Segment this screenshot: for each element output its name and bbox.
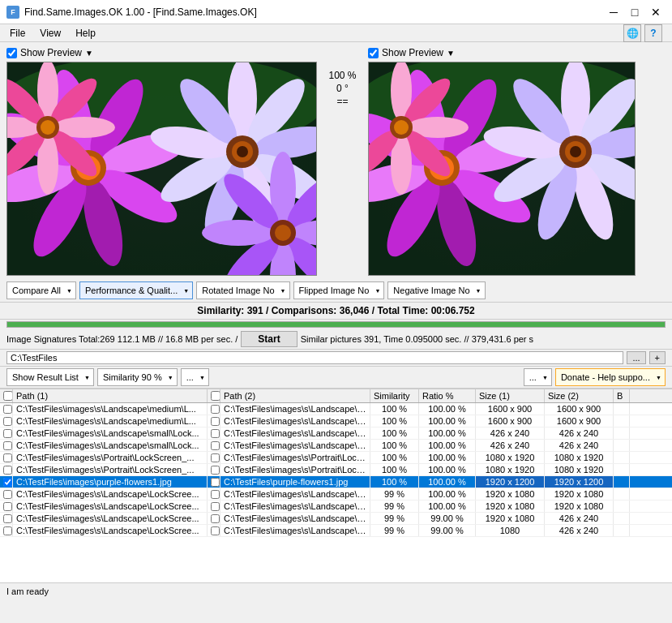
row-size2: 1920 x 1080 [545, 488, 614, 500]
row-size2: 426 x 240 [545, 428, 614, 439]
left-preview-panel: Show Preview ▼ [6, 45, 317, 276]
minimize-button[interactable]: ─ [604, 4, 623, 20]
negative-image-dropdown[interactable]: Negative Image No [387, 281, 485, 299]
flipped-image-dropdown[interactable]: Flipped Image No [293, 281, 385, 299]
left-preview-checkbox[interactable] [6, 48, 17, 58]
path-input[interactable] [6, 351, 623, 364]
col-header-ratio[interactable]: Ratio % [419, 389, 476, 402]
row-checkbox[interactable] [0, 513, 13, 524]
maximize-button[interactable]: □ [625, 4, 644, 20]
row-checkbox[interactable] [0, 476, 13, 488]
similarity-percent: 100 % [328, 70, 356, 81]
row-size2: 1080 x 1920 [545, 464, 614, 475]
options-dots2[interactable]: ... [524, 368, 552, 386]
row-checkbox2[interactable] [208, 428, 220, 439]
col-header-similarity[interactable]: Similarity [370, 389, 419, 402]
row-checkbox2[interactable] [208, 452, 220, 463]
row-path1: C:\TestFiles\images\s\Landscape\medium\L… [13, 415, 208, 427]
row-checkbox[interactable] [0, 415, 13, 427]
row-checkbox2[interactable] [208, 488, 220, 500]
table-row[interactable]: C:\TestFiles\images\s\Portrait\LockScree… [0, 464, 672, 476]
rotation-degrees: 0 ° [336, 83, 349, 94]
row-similarity: 100 % [370, 452, 419, 463]
row-size1: 1080 [476, 525, 545, 536]
row-b [614, 525, 630, 536]
select-all-checkbox[interactable] [3, 391, 13, 401]
table-row[interactable]: C:\TestFiles\images\s\Landscape\small\Lo… [0, 428, 672, 440]
toolbar-icon-button[interactable]: 🌐 [623, 24, 641, 42]
row-checkbox2[interactable] [208, 476, 220, 488]
row-checkbox2[interactable] [208, 415, 220, 427]
row-size2: 1080 x 1920 [545, 452, 614, 463]
donate-dropdown[interactable]: Donate - Help suppo... [555, 368, 666, 386]
row-checkbox[interactable] [0, 525, 13, 536]
row-checkbox2[interactable] [208, 501, 220, 512]
col-header-b[interactable]: B [614, 389, 630, 402]
row-similarity: 100 % [370, 464, 419, 475]
table-row[interactable]: C:\TestFiles\images\s\Landscape\medium\L… [0, 415, 672, 428]
right-preview-image [368, 62, 636, 276]
compare-all-dropdown[interactable]: Compare All [6, 281, 76, 299]
row-checkbox2[interactable] [208, 464, 220, 475]
table-row[interactable]: C:\TestFiles\images\purple-flowers1.jpg … [0, 476, 672, 488]
table-row[interactable]: C:\TestFiles\images\s\Landscape\LockScre… [0, 513, 672, 525]
col-header-size1[interactable]: Size (1) [476, 389, 545, 402]
col-header-path2[interactable]: Path (2) [220, 389, 370, 402]
menu-view[interactable]: View [33, 26, 67, 41]
row-ratio: 100.00 % [419, 501, 476, 512]
row-path1: C:\TestFiles\images\s\Landscape\LockScre… [13, 501, 208, 512]
right-preview-checkbox[interactable] [368, 48, 379, 58]
rotated-image-dropdown[interactable]: Rotated Image No [196, 281, 289, 299]
row-path2: C:\TestFiles\images\s\Landscape\Lock... [220, 488, 370, 500]
table-container: Path (1) Path (2) Similarity Ratio % Siz… [0, 389, 672, 582]
similarity-dropdown[interactable]: Similarity 90 % [97, 368, 178, 386]
row-size2: 426 x 240 [545, 525, 614, 536]
row-path1: C:\TestFiles\images\s\Portrait\LockScree… [13, 464, 208, 475]
row-checkbox2[interactable] [208, 513, 220, 524]
row-checkbox2[interactable] [208, 403, 220, 415]
close-button[interactable]: ✕ [646, 4, 666, 20]
row-size1: 1080 x 1920 [476, 464, 545, 475]
menu-file[interactable]: File [3, 26, 32, 41]
left-preview-dropdown-arrow[interactable]: ▼ [85, 49, 93, 58]
path-browse-button[interactable]: ... [627, 351, 645, 364]
options-dots1[interactable]: ... [181, 368, 209, 386]
row-checkbox[interactable] [0, 488, 13, 500]
row-checkbox[interactable] [0, 501, 13, 512]
path-add-button[interactable]: + [649, 351, 666, 364]
row-checkbox[interactable] [0, 464, 13, 475]
right-preview-dropdown-arrow[interactable]: ▼ [447, 49, 455, 58]
performance-dropdown[interactable]: Performance & Qualit... [79, 281, 193, 299]
col-path1-label: Path (1) [16, 391, 48, 401]
row-checkbox[interactable] [0, 428, 13, 439]
col-header-check2[interactable] [208, 389, 220, 402]
row-b [614, 452, 630, 463]
col-header-size2[interactable]: Size (2) [545, 389, 614, 402]
select-all-checkbox2[interactable] [211, 391, 220, 401]
table-row[interactable]: C:\TestFiles\images\s\Landscape\LockScre… [0, 488, 672, 501]
row-ratio: 100.00 % [419, 488, 476, 500]
row-checkbox[interactable] [0, 440, 13, 451]
row-checkbox[interactable] [0, 452, 13, 463]
table-row[interactable]: C:\TestFiles\images\s\Landscape\medium\L… [0, 403, 672, 415]
table-row[interactable]: C:\TestFiles\images\s\Landscape\small\Lo… [0, 440, 672, 452]
col-header-check1[interactable] [0, 389, 13, 402]
left-preview-image [6, 62, 317, 276]
row-checkbox2[interactable] [208, 525, 220, 536]
help-icon-button[interactable]: ? [644, 24, 662, 42]
menu-help[interactable]: Help [69, 26, 102, 41]
col-header-path1[interactable]: Path (1) [13, 389, 208, 402]
row-ratio: 100.00 % [419, 476, 476, 488]
show-result-dropdown[interactable]: Show Result List [6, 368, 94, 386]
row-ratio: 100.00 % [419, 415, 476, 427]
row-similarity: 100 % [370, 415, 419, 427]
row-checkbox2[interactable] [208, 440, 220, 451]
start-button[interactable]: Start [241, 331, 297, 347]
table-row[interactable]: C:\TestFiles\images\s\Landscape\LockScre… [0, 501, 672, 513]
row-path2: C:\TestFiles\images\s\Landscape\medi... [220, 403, 370, 415]
table-row[interactable]: C:\TestFiles\images\s\Portrait\LockScree… [0, 452, 672, 464]
row-size1: 1920 x 1200 [476, 476, 545, 488]
row-checkbox[interactable] [0, 403, 13, 415]
row-size2: 426 x 240 [545, 513, 614, 524]
table-row[interactable]: C:\TestFiles\images\s\Landscape\LockScre… [0, 525, 672, 537]
